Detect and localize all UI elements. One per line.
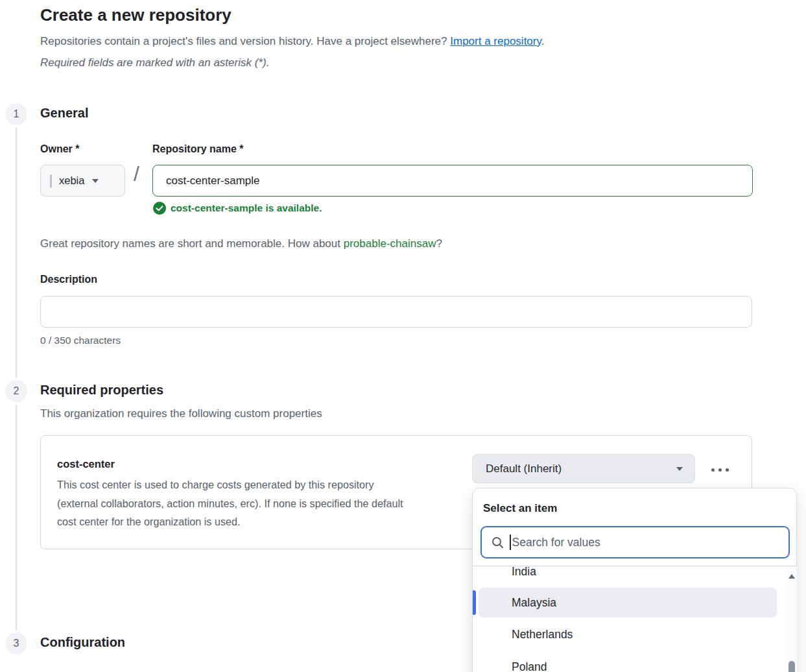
general-section-heading: General (40, 106, 88, 121)
check-circle-icon (153, 202, 166, 215)
text-cursor (510, 534, 511, 550)
selected-item-accent-bar (473, 590, 476, 615)
property-name: cost-center (57, 458, 115, 470)
suggestion-suffix: ? (436, 237, 442, 250)
scrollbar-thumb[interactable] (788, 661, 795, 672)
step-3-number: 3 (14, 638, 19, 649)
popup-scrollbar[interactable] (787, 566, 797, 672)
character-counter: 0 / 350 characters (40, 335, 121, 346)
suggested-name-link[interactable]: probable-chainsaw (344, 237, 436, 250)
page-title: Create a new repository (40, 5, 231, 25)
repository-name-input[interactable] (152, 165, 753, 197)
owner-avatar (50, 174, 52, 187)
name-suggestion: Great repository names are short and mem… (40, 237, 442, 250)
select-panel-popup: Select an item India Malaysia Ne (472, 488, 797, 672)
suggestion-prefix: Great repository names are short and mem… (40, 237, 344, 250)
property-selected-value: Default (Inherit) (486, 462, 562, 475)
import-repository-link[interactable]: Import a repository (450, 35, 541, 47)
description-label: Description (40, 274, 97, 285)
search-icon (482, 536, 510, 549)
list-item-india[interactable]: India (473, 566, 783, 586)
stepper-line-2 (16, 405, 17, 630)
required-properties-subtitle: This organization requires the following… (40, 407, 322, 420)
availability-message: cost-center-sample is available. (171, 202, 322, 214)
list-item-malaysia[interactable]: Malaysia (473, 588, 783, 618)
step-2-number: 2 (14, 385, 19, 397)
stepper-line-1 (16, 128, 17, 378)
owner-select-button[interactable]: xebia (40, 165, 125, 197)
select-panel-title: Select an item (483, 502, 557, 515)
chevron-down-icon (676, 467, 683, 471)
description-input[interactable] (40, 296, 752, 328)
property-value-select-button[interactable]: Default (Inherit) (472, 454, 695, 483)
search-input[interactable] (512, 527, 789, 557)
owner-label: Owner * (40, 143, 79, 155)
subtitle-text: Repositories contain a project's files a… (40, 35, 447, 47)
chevron-down-icon (92, 179, 99, 183)
page-subtitle: Repositories contain a project's files a… (40, 35, 544, 48)
step-1-indicator: 1 (5, 103, 27, 125)
property-more-options-button[interactable] (704, 458, 735, 481)
subtitle-period: . (541, 35, 545, 47)
owner-value: xebia (59, 174, 84, 187)
step-1-number: 1 (14, 108, 19, 120)
list-item-poland[interactable]: Poland (473, 653, 783, 672)
availability-status: cost-center-sample is available. (153, 202, 322, 215)
required-properties-heading: Required properties (40, 383, 163, 398)
triangle-up-icon[interactable] (788, 574, 795, 579)
repository-name-label: Repository name * (152, 143, 243, 155)
step-3-indicator: 3 (5, 632, 27, 654)
step-2-indicator: 2 (5, 380, 27, 402)
property-description: This cost center is used to charge costs… (57, 475, 472, 531)
value-option-list: India Malaysia Netherlands Poland (473, 566, 783, 672)
value-search-field[interactable] (480, 526, 790, 558)
list-item-netherlands[interactable]: Netherlands (473, 620, 783, 649)
required-fields-note: Required fields are marked with an aster… (40, 56, 269, 69)
owner-repo-separator: / (134, 162, 139, 186)
kebab-horizontal-icon (711, 468, 715, 472)
create-repository-page: Create a new repository Repositories con… (0, 0, 806, 672)
configuration-section-heading: Configuration (40, 635, 125, 650)
